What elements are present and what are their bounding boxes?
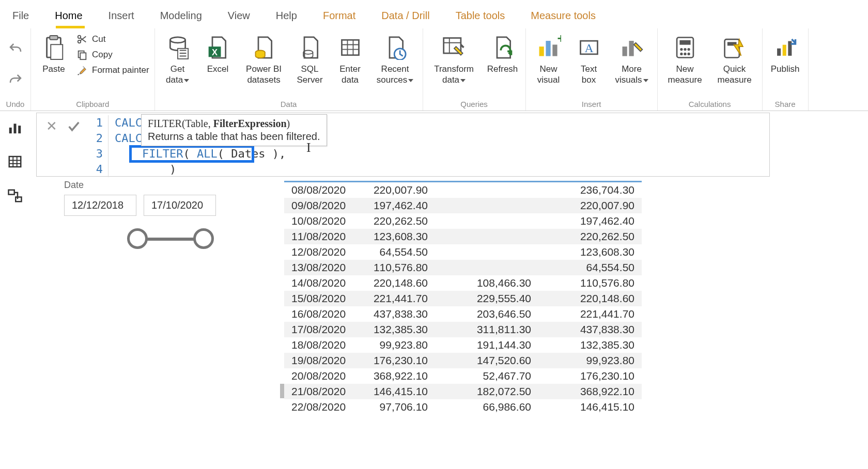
table-row[interactable]: 19/08/2020176,230.10147,520.6099,923.80	[284, 353, 642, 368]
formula-cancel-icon[interactable]: ✕	[46, 118, 57, 134]
sql-server-button[interactable]: SQLServer	[292, 32, 328, 86]
more-visuals-button[interactable]: Morevisuals	[612, 32, 652, 86]
cell-value-1: 197,462.40	[357, 198, 435, 213]
report-view-icon[interactable]	[7, 120, 23, 135]
chevron-down-icon	[643, 79, 648, 82]
cell-value-3: 437,838.30	[538, 322, 642, 337]
svg-rect-40	[9, 157, 21, 167]
tab-data-drill[interactable]: Data / Drill	[381, 6, 429, 26]
cell-value-3: 99,923.80	[538, 353, 642, 368]
line-gutter: 1 2 3 4	[90, 115, 109, 177]
group-undo-label: Undo	[6, 98, 25, 111]
undo-icon[interactable]	[8, 41, 23, 57]
svg-text:X: X	[212, 48, 218, 57]
svg-point-30	[684, 53, 686, 55]
new-measure-button[interactable]: Newmeasure	[663, 32, 707, 86]
tab-insert[interactable]: Insert	[109, 6, 134, 26]
svg-rect-23	[629, 41, 633, 56]
cell-date: 13/08/2020	[284, 260, 357, 275]
powerbi-icon	[253, 34, 275, 61]
slicer-handle-start[interactable]	[127, 228, 148, 249]
group-calculations: Newmeasure Quickmeasure Calculations	[658, 28, 763, 111]
tab-file[interactable]: File	[12, 6, 29, 26]
cell-date: 18/08/2020	[284, 337, 357, 353]
chart-icon: +	[536, 34, 561, 61]
quick-measure-button[interactable]: Quickmeasure	[712, 32, 757, 86]
format-painter-button[interactable]: Format painter	[76, 65, 149, 76]
cell-date: 22/08/2020	[284, 399, 357, 415]
cell-value-3: 368,922.10	[538, 384, 642, 399]
cell-value-1: 132,385.30	[357, 322, 435, 337]
redo-icon[interactable]	[8, 72, 23, 88]
table-row[interactable]: 21/08/2020146,415.10182,072.50368,922.10	[284, 384, 642, 399]
dax-intellisense-tooltip: FILTER(Table, FilterExpression) Returns …	[141, 114, 327, 146]
cell-date: 16/08/2020	[284, 306, 357, 322]
svg-rect-13	[342, 40, 359, 55]
formula-commit-icon[interactable]	[67, 119, 81, 134]
table-row[interactable]: 09/08/2020197,462.40220,007.90	[284, 198, 642, 213]
table-row[interactable]: 22/08/202097,706.1066,986.60146,415.10	[284, 399, 642, 415]
paintbrush-icon	[76, 65, 88, 76]
cell-date: 08/08/2020	[284, 182, 357, 198]
slicer-handle-end[interactable]	[193, 228, 214, 249]
group-share: Publish Share	[763, 28, 809, 111]
transform-data-button[interactable]: Transformdata	[428, 32, 480, 86]
svg-text:A: A	[584, 41, 594, 55]
refresh-button[interactable]: Refresh	[485, 32, 520, 86]
table-row[interactable]: 20/08/2020368,922.1052,467.70176,230.10	[284, 368, 642, 384]
cell-value-3: 64,554.50	[538, 260, 642, 275]
table-row[interactable]: 18/08/202099,923.80191,144.30132,385.30	[284, 337, 642, 353]
tab-view[interactable]: View	[228, 6, 250, 26]
table-row[interactable]: 12/08/202064,554.50123,608.30	[284, 244, 642, 260]
copy-button[interactable]: Copy	[76, 49, 149, 60]
table-row[interactable]: 08/08/2020220,007.90236,704.30	[284, 182, 642, 198]
tab-table-tools[interactable]: Table tools	[456, 6, 505, 26]
new-visual-button[interactable]: + Newvisual	[531, 32, 566, 86]
tab-home[interactable]: Home	[55, 6, 82, 26]
slicer-date-from[interactable]: 12/12/2018	[64, 195, 136, 216]
group-clipboard-label: Clipboard	[36, 98, 149, 111]
tab-format[interactable]: Format	[323, 6, 355, 26]
recent-icon	[384, 34, 407, 61]
excel-icon: X	[207, 34, 229, 61]
cell-value-1: 110,576.80	[357, 260, 435, 275]
excel-button[interactable]: X Excel	[200, 32, 236, 86]
get-data-button[interactable]: Getdata	[160, 32, 195, 86]
tab-measure-tools[interactable]: Measure tools	[531, 6, 596, 26]
table-row[interactable]: 14/08/2020220,148.60108,466.30110,576.80	[284, 275, 642, 291]
cut-button[interactable]: Cut	[76, 34, 149, 45]
data-view-icon[interactable]	[7, 154, 23, 169]
recent-sources-button[interactable]: Recentsources	[373, 32, 417, 86]
table-row[interactable]: 17/08/2020132,385.30311,811.30437,838.30	[284, 322, 642, 337]
table-row[interactable]: 16/08/2020437,838.30203,646.50221,441.70	[284, 306, 642, 322]
powerbi-datasets-button[interactable]: Power BIdatasets	[241, 32, 287, 86]
result-table[interactable]: 08/08/2020220,007.90236,704.3009/08/2020…	[284, 181, 642, 415]
refresh-icon	[491, 34, 514, 61]
tab-help[interactable]: Help	[276, 6, 297, 26]
enter-data-button[interactable]: Enterdata	[333, 32, 368, 86]
table-resize-grip[interactable]	[280, 384, 284, 398]
text-box-button[interactable]: A Textbox	[571, 32, 607, 86]
slicer-track[interactable]	[64, 223, 271, 254]
model-view-icon[interactable]	[7, 188, 23, 204]
table-row[interactable]: 15/08/2020221,441.70229,555.40220,148.60	[284, 291, 642, 306]
publish-button[interactable]: Publish	[768, 32, 803, 86]
date-slicer[interactable]: Date 12/12/2018 17/10/2020	[64, 180, 271, 254]
group-data-label: Data	[160, 98, 417, 111]
svg-rect-42	[16, 197, 21, 202]
table-row[interactable]: 13/08/2020110,576.8064,554.50	[284, 260, 642, 275]
slicer-date-to[interactable]: 17/10/2020	[144, 195, 216, 216]
paste-button[interactable]: Paste	[36, 32, 71, 86]
cell-value-1: 99,923.80	[357, 337, 435, 353]
cell-value-1: 97,706.10	[357, 399, 435, 415]
formula-bar[interactable]: ✕ 1 2 3 4 CALC CALC FILTER( ALL( Dates )…	[36, 113, 770, 177]
svg-rect-39	[18, 126, 21, 133]
cell-value-2: 66,986.60	[435, 399, 538, 415]
table-row[interactable]: 11/08/2020123,608.30220,262.50	[284, 229, 642, 244]
calculator-icon	[675, 34, 695, 61]
tab-modeling[interactable]: Modeling	[160, 6, 202, 26]
svg-rect-22	[622, 46, 627, 56]
cell-value-2: 147,520.60	[435, 353, 538, 368]
table-row[interactable]: 10/08/2020220,262.50197,462.40	[284, 213, 642, 229]
cell-date: 09/08/2020	[284, 198, 357, 213]
